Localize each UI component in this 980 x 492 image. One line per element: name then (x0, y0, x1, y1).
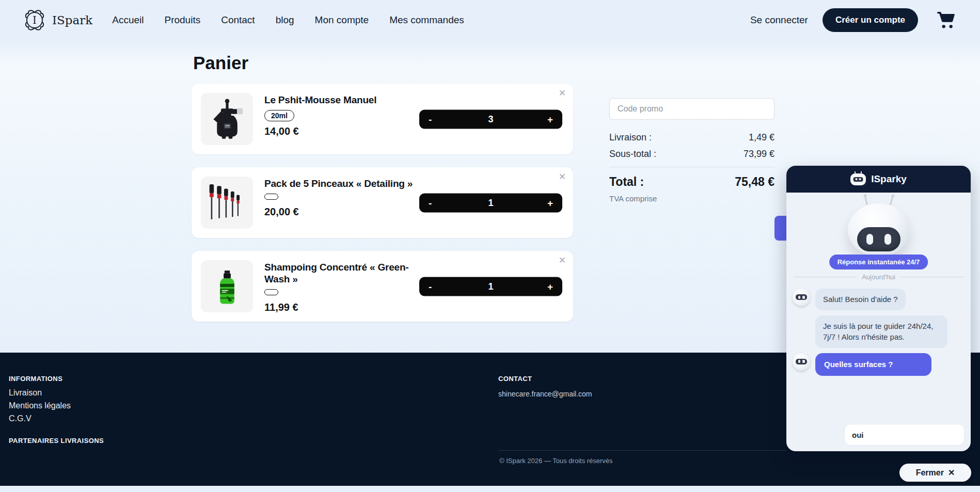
item-price: 20,00 € (264, 206, 424, 218)
increase-quantity-button[interactable]: + (547, 198, 553, 208)
variant-badge: 20ml (264, 110, 294, 121)
remove-item-button[interactable]: ✕ (559, 88, 566, 99)
robot-avatar (845, 196, 913, 258)
quantity-value: 3 (488, 114, 493, 124)
chat-header: ISparky (786, 166, 971, 193)
nav-mon-compte[interactable]: Mon compte (315, 14, 369, 26)
nav-accueil[interactable]: Accueil (112, 14, 144, 26)
shipping-row: Livraison : 1,49 € (609, 132, 774, 143)
item-title: Le Pshit-Mousse Manuel (264, 94, 424, 106)
divider-line (900, 277, 963, 277)
quantity-stepper: - 1 + (419, 277, 562, 296)
footer-contact: CONTACT shinecare.france@gmail.com (498, 375, 592, 398)
brand-name: ISpark (52, 13, 92, 27)
chat-widget: ISparky Réponse instantanée 24/7 Aujourd… (786, 166, 971, 451)
login-link[interactable]: Se connecter (750, 14, 808, 26)
footer-divider (498, 450, 786, 451)
increase-quantity-button[interactable]: + (547, 114, 553, 124)
total-value: 75,48 € (735, 175, 774, 189)
chat-message-row: Je suis là pour te guider 24h/24, 7j/7 !… (793, 315, 966, 348)
order-summary: Livraison : 1,49 € Sous-total : 73,99 € … (609, 98, 774, 120)
cart-button[interactable] (935, 9, 957, 31)
signup-button[interactable]: Créer un compte (823, 8, 918, 32)
cart-icon (936, 10, 956, 30)
chat-messages: Salut! Besoin d'aide ? Je suis là pour t… (793, 289, 966, 376)
product-image-brushes (201, 177, 253, 229)
chat-title: ISparky (871, 173, 907, 185)
nav-produits[interactable]: Produits (164, 14, 200, 26)
quantity-stepper: - 3 + (419, 109, 562, 129)
chat-day-divider: Aujourd'hui (794, 273, 963, 281)
item-price: 14,00 € (264, 125, 424, 137)
variant-badge (264, 289, 278, 295)
nav-mes-commandes[interactable]: Mes commandes (389, 14, 464, 26)
footer-link-mentions-legales[interactable]: Mentions légales (9, 401, 71, 410)
robot-eye-icon (866, 234, 873, 245)
remove-item-button[interactable]: ✕ (559, 255, 566, 266)
page-title: Panier (193, 53, 248, 73)
item-title: Pack de 5 Pinceaux « Detailing » (264, 178, 424, 190)
subtotal-value: 73,99 € (744, 149, 774, 160)
decrease-quantity-button[interactable]: - (429, 114, 432, 124)
robot-antenna-icon (864, 197, 867, 205)
item-price: 11,99 € (264, 301, 424, 313)
close-icon: ✕ (559, 172, 566, 182)
footer-link-livraison[interactable]: Livraison (9, 388, 71, 398)
chat-message-row: Quelles surfaces ? (793, 353, 966, 376)
main-nav: Accueil Produits Contact blog Mon compte… (112, 14, 464, 26)
product-image-green-shampoo (201, 260, 253, 312)
footer-informations-title: INFORMATIONS (9, 375, 71, 383)
foam-sprayer-illustration (205, 97, 249, 141)
robot-antenna-icon (890, 197, 893, 205)
brand-logo[interactable]: I ISpark (21, 6, 92, 34)
close-chat-label: Fermer (916, 468, 944, 478)
bot-avatar-icon (793, 353, 810, 371)
total-label: Total : (609, 175, 644, 189)
increase-quantity-button[interactable]: + (547, 281, 553, 291)
footer-contact-title: CONTACT (498, 375, 592, 383)
footer-email[interactable]: shinecare.france@gmail.com (498, 390, 592, 398)
day-label: Aujourd'hui (862, 273, 895, 281)
promo-code-input[interactable] (609, 98, 774, 120)
footer-partners-title: PARTENAIRES LIVRAISONS (9, 437, 104, 445)
subtotal-row: Sous-total : 73,99 € (609, 149, 774, 160)
close-icon: ✕ (559, 256, 566, 265)
footer-copyright: © ISpark 2026 — Tous droits réservés (499, 457, 613, 465)
quantity-value: 1 (488, 281, 493, 292)
decrease-quantity-button[interactable]: - (429, 198, 432, 208)
nav-blog[interactable]: blog (276, 14, 294, 26)
quick-reply-button[interactable]: Quelles surfaces ? (815, 353, 931, 376)
quantity-stepper: - 1 + (419, 193, 562, 212)
robot-head (848, 203, 910, 257)
bot-avatar-icon (793, 289, 810, 306)
close-chat-button[interactable]: Fermer ✕ (899, 464, 971, 482)
product-image-foam-sprayer (201, 93, 253, 145)
svg-text:I: I (33, 14, 37, 26)
remove-item-button[interactable]: ✕ (559, 171, 566, 182)
logo-emblem-icon: I (21, 6, 49, 34)
decrease-quantity-button[interactable]: - (429, 281, 432, 291)
green-bottle-illustration (205, 264, 249, 309)
bot-message: Salut! Besoin d'aide ? (815, 289, 906, 310)
subtotal-label: Sous-total : (609, 149, 656, 160)
shipping-label: Livraison : (609, 132, 652, 143)
variant-badge (264, 194, 278, 200)
chat-message-input[interactable] (844, 424, 965, 446)
item-title: Shampoing Concentré « Green-Wash » (264, 262, 424, 285)
shipping-value: 1,49 € (749, 132, 774, 143)
brushes-illustration (205, 181, 249, 225)
vat-note: TVA comprise (609, 194, 657, 203)
divider-line (794, 277, 857, 277)
cart-item-pinceaux: Pack de 5 Pinceaux « Detailing » 20,00 €… (192, 167, 573, 238)
footer-informations: INFORMATIONS Livraison Mentions légales … (9, 375, 71, 423)
header: I ISpark Accueil Produits Contact blog M… (0, 0, 980, 40)
nav-contact[interactable]: Contact (221, 14, 255, 26)
item-info: Pack de 5 Pinceaux « Detailing » 20,00 € (264, 178, 424, 218)
close-icon: ✕ (948, 468, 955, 478)
robot-visor (857, 227, 900, 251)
cart-item-shampoing: Shampoing Concentré « Green-Wash » 11,99… (192, 251, 573, 322)
robot-eye-icon (884, 234, 891, 245)
chat-message-row: Salut! Besoin d'aide ? (793, 289, 966, 310)
cart-list: Le Pshit-Mousse Manuel 20ml 14,00 € - 3 … (192, 84, 573, 335)
footer-link-cgv[interactable]: C.G.V (9, 414, 71, 423)
